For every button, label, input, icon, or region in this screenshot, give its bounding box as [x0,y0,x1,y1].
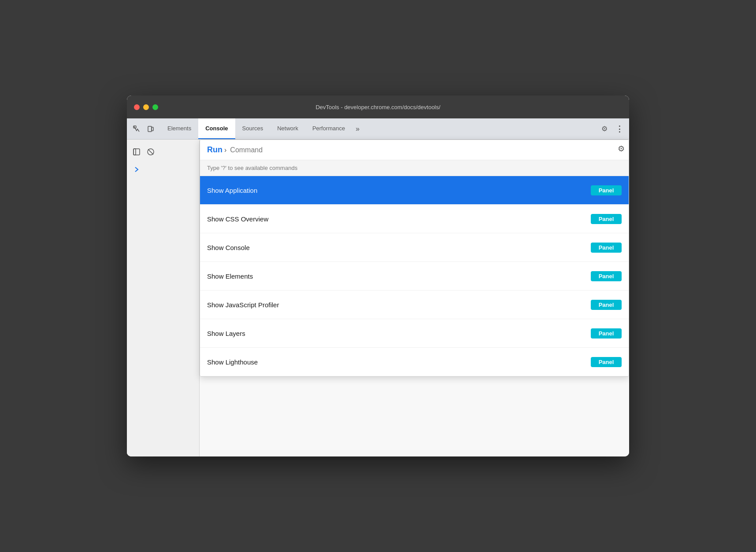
tab-network[interactable]: Network [270,118,305,139]
run-label: Run [207,145,222,155]
command-item-show-application[interactable]: Show Application Panel [200,176,629,205]
panel-badge: Panel [591,243,622,253]
more-options-button[interactable]: ⋮ [613,123,626,135]
svg-rect-0 [133,126,136,128]
command-panel: Run › Type '?' to see available commands… [200,140,629,377]
settings-button[interactable]: ⚙ [598,123,611,135]
sidebar [127,140,200,456]
more-tabs-button[interactable]: » [352,118,363,139]
tab-bar: Elements Console Sources Network Perform… [127,118,629,140]
minimize-button[interactable] [143,104,149,110]
sidebar-block-icon[interactable] [145,146,157,158]
tab-bar-right: ⚙ ⋮ [598,123,626,135]
command-item-show-lighthouse[interactable]: Show Lighthouse Panel [200,348,629,376]
content-gear-button[interactable]: ⚙ [613,140,629,158]
traffic-lights [134,104,158,110]
command-item-show-elements[interactable]: Show Elements Panel [200,262,629,291]
svg-rect-4 [133,149,136,155]
command-item-show-js-profiler[interactable]: Show JavaScript Profiler Panel [200,291,629,319]
command-input[interactable] [230,146,622,154]
tab-console[interactable]: Console [198,118,235,139]
sidebar-chevron[interactable] [130,163,143,176]
sidebar-panel-icon[interactable] [130,146,143,158]
svg-rect-2 [152,127,153,131]
panel-badge: Panel [591,185,622,195]
command-name: Show Layers [207,330,245,337]
command-overlay: Run › Type '?' to see available commands… [200,140,629,456]
command-name: Show Console [207,244,250,251]
content-area: Run › Type '?' to see available commands… [127,140,629,456]
panel-badge: Panel [591,300,622,310]
devtools-window: DevTools - developer.chrome.com/docs/dev… [127,96,629,456]
command-name: Show Application [207,187,257,194]
svg-rect-3 [133,149,140,155]
hint-text: Type '?' to see available commands [200,160,629,176]
panel-badge: Panel [591,271,622,281]
chevron-icon: › [224,146,226,154]
window-title: DevTools - developer.chrome.com/docs/dev… [315,104,440,110]
maximize-button[interactable] [152,104,158,110]
command-item-show-console[interactable]: Show Console Panel [200,233,629,262]
command-item-show-css-overview[interactable]: Show CSS Overview Panel [200,205,629,233]
command-name: Show Elements [207,272,253,280]
command-list: Show Application Panel Show CSS Overview… [200,176,629,376]
svg-rect-1 [148,126,152,132]
panel-badge: Panel [591,214,622,224]
tab-elements[interactable]: Elements [160,118,198,139]
command-item-show-layers[interactable]: Show Layers Panel [200,319,629,348]
command-name: Show Lighthouse [207,358,258,366]
command-name: Show CSS Overview [207,215,268,223]
title-bar: DevTools - developer.chrome.com/docs/dev… [127,96,629,118]
inspect-icon[interactable] [130,123,143,135]
tab-sources[interactable]: Sources [235,118,271,139]
tab-performance[interactable]: Performance [305,118,352,139]
tabs: Elements Console Sources Network Perform… [160,118,363,139]
toolbar-icons [130,123,157,135]
command-input-row[interactable]: Run › [200,140,629,160]
content-gear-icon: ⚙ [618,144,625,153]
close-button[interactable] [134,104,140,110]
panel-badge: Panel [591,357,622,367]
command-name: Show JavaScript Profiler [207,301,279,309]
svg-line-6 [148,149,153,155]
device-icon[interactable] [145,123,157,135]
panel-badge: Panel [591,328,622,339]
